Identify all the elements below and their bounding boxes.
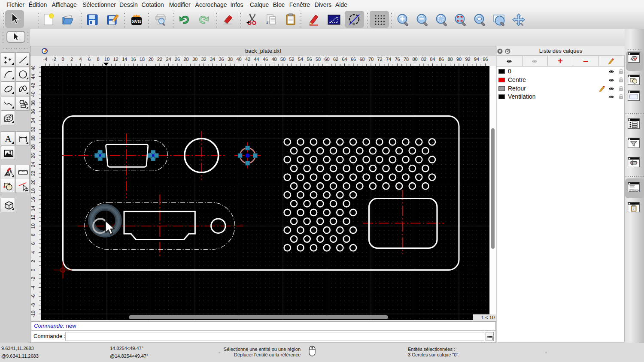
svg-text:c command: c command [630,190,639,192]
svg-text:2: 2 [31,260,36,262]
svg-text:44: 44 [254,57,259,62]
svg-text:12: 12 [31,214,36,220]
svg-text:-6: -6 [31,294,36,299]
svg-text:38: 38 [228,57,233,62]
svg-text:84: 84 [430,57,435,62]
svg-text:24: 24 [166,57,171,62]
svg-text:34: 34 [31,118,36,123]
svg-text:10: 10 [31,223,36,229]
svg-text:62: 62 [333,57,338,62]
svg-text:22: 22 [157,57,162,62]
svg-text:36: 36 [219,57,224,62]
svg-text:4: 4 [31,251,36,253]
svg-text:2: 2 [70,57,73,62]
svg-text:24: 24 [31,162,36,167]
svg-text:28: 28 [183,57,188,62]
svg-text:86: 86 [439,57,444,62]
svg-text:32: 32 [201,57,206,62]
svg-text:82: 82 [421,57,426,62]
svg-text:6: 6 [88,57,91,62]
svg-text:-4: -4 [43,57,48,62]
svg-text:96: 96 [483,57,488,62]
svg-text:38: 38 [31,100,36,106]
svg-text:16: 16 [31,197,36,202]
svg-text:6: 6 [31,242,36,245]
svg-text:58: 58 [316,57,321,62]
svg-text:SVG: SVG [132,19,141,24]
svg-text:56: 56 [307,57,312,62]
svg-text:76: 76 [395,57,400,62]
svg-text:20: 20 [31,179,36,184]
svg-text:0: 0 [31,268,36,271]
svg-text:A: A [5,133,12,144]
svg-text:40: 40 [236,57,241,62]
svg-text:30: 30 [192,57,197,62]
svg-text:28: 28 [31,144,36,149]
svg-text:68: 68 [359,57,365,62]
svg-text:12: 12 [113,57,118,62]
svg-text:74: 74 [386,57,391,62]
svg-text:-8: -8 [31,303,36,308]
svg-text:50: 50 [280,57,286,62]
svg-text:52: 52 [289,57,294,62]
svg-text:16: 16 [131,57,136,62]
svg-text:+: + [266,20,268,25]
svg-text:32: 32 [31,127,36,132]
svg-text:14: 14 [122,57,127,62]
svg-text:46: 46 [31,66,36,70]
svg-text:-2: -2 [31,277,36,281]
svg-text:-10: -10 [31,311,36,317]
svg-text:4: 4 [79,57,82,62]
svg-text:78: 78 [404,57,409,62]
svg-text:36: 36 [31,109,36,114]
svg-text:30: 30 [31,136,36,141]
svg-text:70: 70 [368,57,374,62]
svg-text:90: 90 [456,57,462,62]
svg-text:94: 94 [474,57,479,62]
svg-text:20: 20 [148,57,153,62]
svg-text:22: 22 [31,171,36,176]
svg-text:14: 14 [31,206,36,211]
svg-text:72: 72 [377,57,382,62]
svg-text:18: 18 [31,188,36,193]
svg-text:8: 8 [31,233,36,236]
svg-text:26: 26 [175,57,180,62]
svg-text:42: 42 [245,57,250,62]
svg-text:46: 46 [263,57,268,62]
svg-text:8: 8 [97,57,99,62]
svg-text:88: 88 [447,57,453,62]
svg-text:-4: -4 [31,286,36,290]
svg-text:-2: -2 [52,57,56,62]
svg-text:40: 40 [31,91,36,97]
svg-text:54: 54 [298,57,303,62]
svg-text:60: 60 [324,57,329,62]
svg-text:80: 80 [412,57,417,62]
svg-text:42: 42 [31,83,36,88]
svg-text:48: 48 [271,57,276,62]
svg-text:26: 26 [31,153,36,158]
svg-text:34: 34 [210,57,215,62]
svg-text:0: 0 [61,57,64,62]
svg-text:66: 66 [351,57,356,62]
svg-text:18: 18 [140,57,145,62]
svg-text:10: 10 [104,57,109,62]
svg-text:44: 44 [31,74,36,79]
svg-text:92: 92 [465,57,470,62]
svg-text:64: 64 [342,57,347,62]
